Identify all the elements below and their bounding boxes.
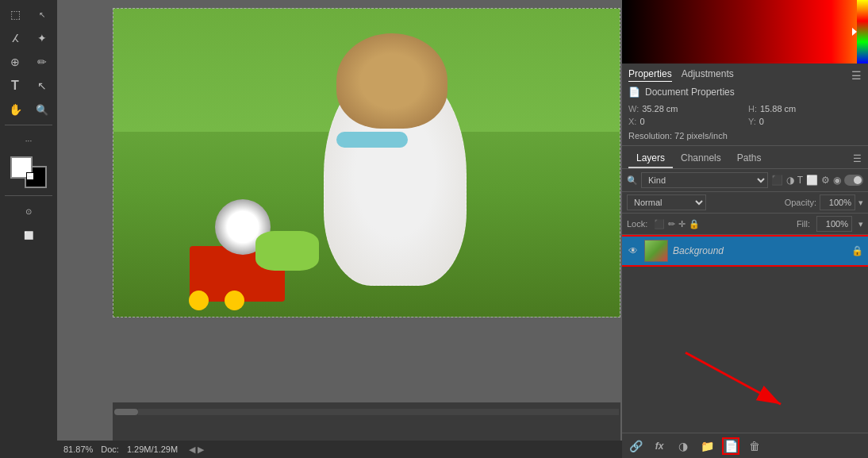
opacity-input[interactable]: 100% — [820, 194, 855, 210]
path-select-tool[interactable]: ↖ — [29, 75, 55, 97]
right-panel: Properties Adjustments ☰ 📄 Document Prop… — [622, 0, 868, 458]
properties-panel: Properties Adjustments ☰ 📄 Document Prop… — [622, 64, 868, 146]
fill-label: Fill: — [797, 219, 810, 229]
opacity-label: Opacity: — [785, 198, 816, 207]
lock-fill-row: Lock: ⬛ ✏ ✛ 🔒 Fill: 100% ▾ — [622, 214, 868, 235]
tab-properties[interactable]: Properties — [628, 68, 672, 82]
lock-pixels-icon[interactable]: ⬛ — [654, 219, 665, 229]
zoom-tool[interactable]: 🔍 — [29, 98, 55, 121]
adjustment-filter-icon[interactable]: ◑ — [786, 175, 794, 186]
resolution-row: Resolution: 72 pixels/inch — [628, 131, 862, 140]
canvas-image — [113, 8, 620, 318]
kind-filter-select[interactable]: Kind — [641, 172, 768, 188]
tab-paths[interactable]: Paths — [729, 149, 770, 168]
filter-icons: ⬛ ◑ T ⬜ ⚙ ◉ — [771, 175, 841, 186]
scroll-left-area — [114, 409, 138, 415]
extras-tool[interactable]: ··· — [16, 129, 41, 152]
smart-filter-icon[interactable]: ⚙ — [821, 175, 830, 186]
layers-footer: 🔗 fx ◑ 📁 📄 🗑 — [622, 433, 868, 458]
new-layer-icon[interactable]: 📄 — [722, 437, 739, 455]
panel-menu-icon[interactable]: ☰ — [851, 69, 862, 82]
main-area: 81.87% Doc: 1.29M/1.29M ◀ ▶ — [57, 0, 622, 458]
move-tool-small[interactable]: ↖ — [29, 3, 55, 25]
opacity-arrow[interactable]: ▾ — [858, 198, 863, 208]
tool-divider-2 — [5, 195, 52, 196]
magic-wand-tool[interactable]: ✦ — [29, 27, 55, 49]
layer-lock-icon: 🔒 — [851, 245, 863, 256]
text-tool[interactable]: T — [2, 75, 28, 97]
delete-layer-icon[interactable]: 🗑 — [746, 437, 763, 455]
toy-item — [255, 231, 319, 271]
tab-channels[interactable]: Channels — [673, 149, 729, 168]
color-swatch[interactable]: ↔ — [10, 156, 47, 188]
layer-list: 👁 Background 🔒 — [622, 235, 868, 336]
panel-header: Properties Adjustments ☰ — [628, 68, 862, 82]
doc-label: Doc: — [101, 445, 119, 454]
svg-line-1 — [686, 352, 781, 404]
search-icon: 🔍 — [627, 175, 638, 186]
layers-filter-row: 🔍 Kind ⬛ ◑ T ⬜ ⚙ ◉ — [622, 169, 868, 192]
zoom-level: 81.87% — [63, 445, 93, 454]
layer-name: Background — [673, 245, 847, 256]
layers-tabs: Layers Channels Paths ☰ — [622, 146, 868, 169]
hue-slider[interactable] — [857, 0, 868, 64]
new-group-icon[interactable]: 📁 — [698, 437, 716, 455]
tab-adjustments[interactable]: Adjustments — [682, 68, 734, 82]
scroll-track — [138, 409, 619, 415]
y-label: Y: — [748, 117, 756, 126]
height-label: H: — [748, 104, 757, 114]
color-pointer — [852, 28, 857, 36]
fill-arrow[interactable]: ▾ — [858, 219, 863, 229]
tab-layers[interactable]: Layers — [628, 149, 673, 168]
horizontal-scrollbar[interactable] — [113, 407, 620, 417]
shape-filter-icon[interactable]: ⬜ — [806, 175, 818, 186]
arrow-annotation — [622, 336, 868, 433]
y-value: 0 — [759, 117, 764, 126]
filter-toggle[interactable] — [844, 175, 863, 186]
eyedropper-tool[interactable]: ✏ — [29, 51, 55, 73]
toolbar-left: ⬚ ↖ ⵃ ✦ ⊕ ✏ T ↖ ✋ 🔍 ··· ↔ ⊙ ⬜ — [0, 0, 57, 458]
swap-colors[interactable]: ↔ — [26, 172, 34, 180]
status-bar: 81.87% Doc: 1.29M/1.29M ◀ ▶ — [57, 441, 622, 458]
blend-row: Normal Opacity: 100% ▾ — [622, 192, 868, 214]
toy-bone — [336, 132, 408, 148]
lock-position-icon[interactable]: ✏ — [668, 219, 675, 229]
dog-scene — [113, 9, 620, 317]
new-fill-layer-icon[interactable]: ◑ — [674, 437, 692, 455]
layer-item-background[interactable]: 👁 Background 🔒 — [622, 237, 868, 265]
lasso-tool[interactable]: ⵃ — [2, 27, 28, 49]
opacity-row: Opacity: 100% ▾ — [785, 194, 863, 210]
lock-all-icon[interactable]: 🔒 — [689, 219, 700, 229]
layers-section: Layers Channels Paths ☰ 🔍 Kind ⬛ ◑ T ⬜ ⚙… — [622, 146, 868, 458]
tool-divider — [5, 125, 52, 125]
document-icon: 📄 — [628, 87, 640, 98]
layer-visibility-icon[interactable]: 👁 — [627, 244, 639, 257]
height-row: H: 15.88 cm — [748, 104, 862, 114]
color-gradient[interactable] — [622, 0, 868, 64]
layers-empty-area — [622, 336, 868, 433]
canvas-area[interactable] — [57, 0, 622, 441]
layer-thumb-image — [645, 241, 667, 261]
blend-mode-select[interactable]: Normal — [627, 194, 706, 210]
width-label: W: — [628, 104, 639, 114]
effect-filter-icon[interactable]: ◉ — [833, 175, 841, 186]
lock-move-icon[interactable]: ✛ — [678, 219, 686, 229]
panel-tabs: Properties Adjustments — [628, 68, 734, 82]
crop-tool[interactable]: ⊕ — [2, 51, 28, 73]
width-value: 35.28 cm — [642, 104, 678, 114]
doc-props-grid: W: 35.28 cm H: 15.88 cm X: 0 Y: 0 — [628, 104, 862, 126]
layers-menu-icon[interactable]: ☰ — [853, 153, 862, 164]
pixel-filter-icon[interactable]: ⬛ — [771, 175, 783, 186]
fill-input[interactable]: 100% — [816, 216, 852, 232]
screen-mode[interactable]: ⬜ — [16, 224, 41, 246]
hand-tool[interactable]: ✋ — [2, 98, 28, 121]
x-row: X: 0 — [628, 117, 742, 126]
resolution-value: 72 pixels/inch — [674, 131, 728, 140]
link-icon[interactable]: 🔗 — [627, 437, 644, 455]
type-filter-icon[interactable]: T — [797, 175, 803, 186]
x-value: 0 — [639, 117, 644, 126]
fx-icon[interactable]: fx — [651, 437, 668, 455]
nav-arrows[interactable]: ◀ ▶ — [189, 445, 204, 455]
rectangular-marquee-tool[interactable]: ⬚ — [2, 3, 28, 25]
quick-mask-tool[interactable]: ⊙ — [16, 200, 41, 222]
